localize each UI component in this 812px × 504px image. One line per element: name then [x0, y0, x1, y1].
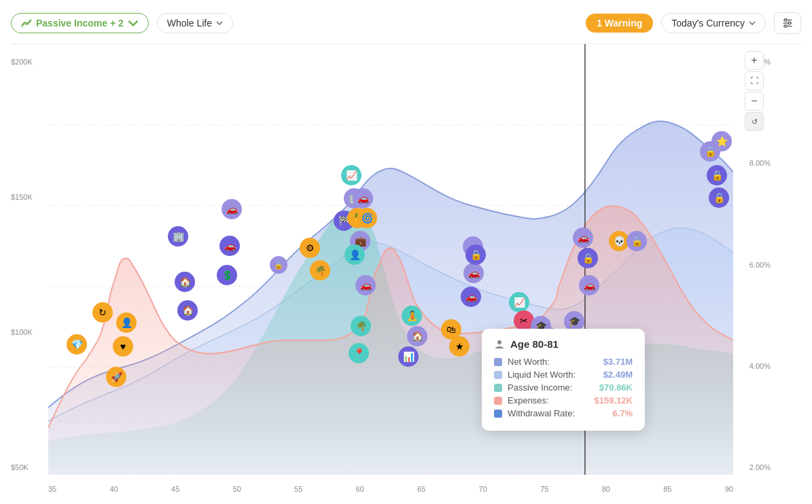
chart-area: $200K $150K $100K $50K	[11, 43, 801, 499]
tooltip-header: Age 80-81	[494, 338, 633, 350]
tooltip-expenses: Expenses: $159.12K	[494, 395, 633, 406]
event-icon-lock4[interactable]: 🔒	[578, 248, 598, 268]
chart-line-icon	[21, 18, 32, 29]
event-icon-trending[interactable]: 📈	[509, 292, 529, 312]
event-icon-home2[interactable]: 🏠	[407, 326, 427, 346]
passive-income-button[interactable]: Passive Income + 2	[11, 13, 149, 33]
event-icon-car7[interactable]: 🚗	[461, 287, 481, 307]
event-icon-person[interactable]: 👤	[116, 312, 137, 333]
svg-point-4	[788, 22, 791, 24]
settings-icon	[781, 17, 794, 29]
tooltip-passive: Passive Income: $79.86K	[494, 382, 633, 393]
event-icon-star[interactable]: ★	[449, 336, 470, 357]
event-icon-diamond[interactable]: 💎	[67, 334, 87, 355]
reset-button[interactable]: ↺	[745, 112, 764, 131]
chevron-down-icon	[128, 18, 139, 29]
tooltip-net-worth: Net Worth: $3.71M	[494, 357, 633, 367]
fullscreen-button[interactable]: ⛶	[745, 71, 764, 90]
toolbar: Passive Income + 2 Whole Life 1 Warning …	[11, 8, 801, 38]
zoom-controls: + ⛶ − ↺	[745, 51, 764, 131]
event-icon-dollar[interactable]: 💲	[217, 265, 237, 285]
event-icon-car2[interactable]: 🚗	[219, 236, 240, 256]
event-icon-orange2[interactable]: ⚙	[300, 238, 320, 258]
chevron-down-icon-3	[749, 21, 756, 25]
event-icon-chart2[interactable]: 📊	[398, 346, 419, 367]
svg-point-5	[785, 25, 788, 28]
event-icon-car4[interactable]: 🚗	[355, 275, 376, 295]
event-icon-house2[interactable]: 🏠	[177, 300, 198, 321]
event-icon-lock1[interactable]: 🔒	[270, 256, 287, 274]
whole-life-button[interactable]: Whole Life	[157, 13, 233, 33]
event-icon-car8[interactable]: 🚗	[573, 228, 593, 248]
event-icon-rocket[interactable]: 🚀	[106, 367, 126, 387]
event-icon-lock2[interactable]: 🔒	[465, 245, 486, 265]
event-icon-car6[interactable]: 🚗	[463, 263, 484, 283]
tooltip-withdrawal: Withdrawal Rate: 6.7%	[494, 408, 633, 418]
chevron-down-icon-2	[216, 21, 223, 25]
event-icon-chart1[interactable]: 📈	[341, 165, 361, 185]
event-icon-lock7[interactable]: 🔒	[707, 165, 727, 185]
tooltip-liquid: Liquid Net Worth: $2.49M	[494, 370, 633, 380]
event-icon-building1[interactable]: 🏢	[168, 226, 188, 247]
event-icon-orange3[interactable]: 🌀	[357, 208, 377, 228]
x-axis: 35 40 45 50 55 60 65 70 75 80 85 90	[48, 485, 733, 493]
event-icon-location[interactable]: 📍	[349, 343, 369, 363]
event-icon-star2[interactable]: ⭐	[711, 131, 732, 151]
zoom-in-button[interactable]: +	[745, 51, 764, 70]
event-icon-person3[interactable]: 🧘	[402, 306, 422, 326]
y-axis-left: $200K $150K $100K $50K	[11, 58, 48, 471]
event-icon-heart[interactable]: ♥	[113, 336, 133, 357]
event-icon-lock5[interactable]: 🔒	[626, 231, 647, 251]
tooltip: Age 80-81 Net Worth: $3.71M Liquid Net W…	[482, 329, 645, 431]
event-icon-lock8[interactable]: 🔒	[709, 187, 729, 208]
main-container: Passive Income + 2 Whole Life 1 Warning …	[0, 0, 812, 504]
event-icon-refresh[interactable]: ↻	[92, 302, 113, 323]
event-icon-car3[interactable]: 🚗	[353, 188, 373, 209]
warning-button[interactable]: 1 Warning	[586, 14, 653, 33]
person-icon	[494, 339, 505, 350]
currency-button[interactable]: Today's Currency	[661, 13, 766, 33]
event-icon-car9[interactable]: 🚗	[579, 275, 599, 295]
svg-point-3	[785, 19, 788, 22]
event-icon-house1[interactable]: 🏠	[175, 272, 195, 292]
event-icon-palm[interactable]: 🌴	[351, 316, 371, 336]
zoom-out-button[interactable]: −	[745, 92, 764, 111]
event-icon-person2[interactable]: 👤	[345, 245, 365, 265]
event-icon-tree[interactable]: 🌴	[310, 260, 330, 281]
svg-point-11	[497, 340, 501, 344]
settings-button[interactable]	[774, 12, 801, 34]
event-icon-car1[interactable]: 🚗	[222, 199, 242, 219]
